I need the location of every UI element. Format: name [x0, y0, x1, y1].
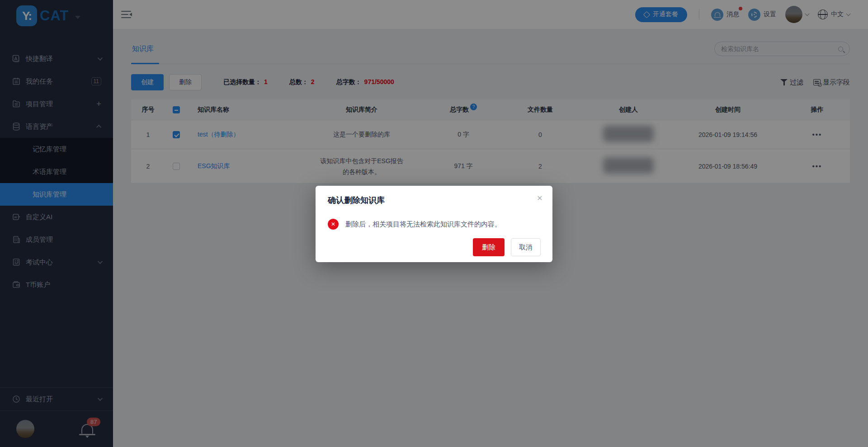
app-root: Y: CAT 快捷翻译 我的任务 11 项目管理 + 语言资产 — [0, 0, 868, 447]
dialog-title: 确认删除知识库 — [328, 195, 385, 206]
delete-confirm-dialog: 确认删除知识库 × ✕ 删除后，相关项目将无法检索此知识库文件的内容。 删除 取… — [316, 186, 552, 262]
error-icon: ✕ — [328, 219, 339, 230]
close-icon[interactable]: × — [537, 193, 542, 202]
cancel-button[interactable]: 取消 — [511, 238, 541, 256]
dialog-body: ✕ 删除后，相关项目将无法检索此知识库文件的内容。 — [328, 219, 501, 230]
confirm-delete-button[interactable]: 删除 — [473, 238, 505, 256]
dialog-message: 删除后，相关项目将无法检索此知识库文件的内容。 — [345, 220, 501, 229]
dialog-footer: 删除 取消 — [473, 238, 541, 256]
